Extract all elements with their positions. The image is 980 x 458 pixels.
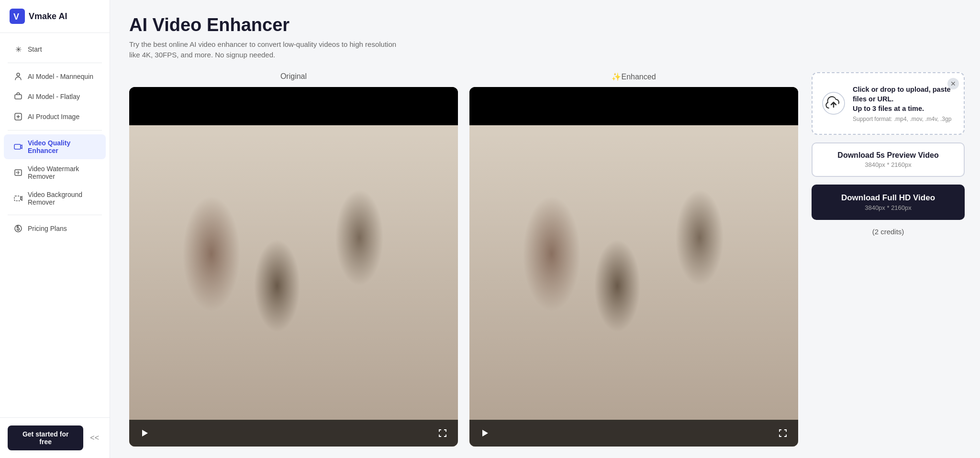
vmake-logo-icon: V: [10, 9, 25, 24]
original-label: Original: [129, 72, 458, 81]
svg-rect-11: [129, 125, 458, 447]
ai-model-mannequin-icon: [13, 72, 23, 81]
collapse-sidebar-button[interactable]: <<: [87, 431, 102, 445]
svg-rect-31: [628, 241, 714, 348]
enhanced-video-top-bar: [469, 87, 798, 125]
svg-point-16: [297, 182, 365, 251]
sidebar-bottom: Get started for free <<: [0, 417, 110, 458]
svg-point-19: [419, 192, 458, 251]
svg-point-18: [301, 176, 361, 219]
start-icon: ✳: [13, 44, 23, 54]
sidebar-item-video-watermark-remover-label: Video Watermark Remover: [28, 165, 96, 180]
nav-divider-2: [8, 130, 102, 131]
upload-title: Click or drop to upload, paste files or …: [853, 85, 954, 114]
sidebar-nav: ✳ Start AI Model - Mannequin AI Model - …: [0, 33, 110, 417]
download-preview-button[interactable]: Download 5s Preview Video 3840px * 2160p…: [812, 142, 965, 177]
svg-point-28: [524, 179, 593, 243]
sidebar-item-pricing-plans[interactable]: Pricing Plans: [4, 219, 106, 238]
svg-rect-15: [184, 211, 254, 254]
sidebar-item-ai-model-mannequin[interactable]: AI Model - Mannequin: [4, 67, 106, 86]
svg-point-12: [189, 197, 248, 257]
sidebar-item-video-quality-enhancer-label: Video Quality Enhancer: [28, 139, 96, 154]
sidebar-item-ai-model-flatlay[interactable]: AI Model - Flatlay: [4, 87, 106, 106]
download-full-label: Download Full HD Video: [821, 193, 955, 203]
enhanced-label: ✨Enhanced: [469, 72, 798, 81]
credits-text: (2 credits): [812, 228, 965, 236]
ai-model-flatlay-icon: [13, 92, 23, 101]
ai-product-image-icon: [13, 112, 23, 121]
enhanced-fullscreen-button[interactable]: [776, 426, 790, 440]
svg-rect-17: [288, 241, 374, 348]
videos-row: [129, 87, 798, 447]
download-full-resolution: 3840px * 2160px: [821, 204, 955, 211]
svg-rect-29: [524, 211, 594, 254]
sidebar-item-video-watermark-remover[interactable]: Video Watermark Remover: [4, 160, 106, 185]
svg-point-26: [529, 197, 589, 257]
nav-divider-3: [8, 215, 102, 215]
video-background-remover-icon: [13, 194, 23, 203]
video-comparison: Original ✨Enhanced: [129, 72, 798, 447]
original-fullscreen-button[interactable]: [436, 426, 449, 440]
sidebar-item-ai-model-mannequin-label: AI Model - Mannequin: [28, 73, 93, 80]
svg-point-14: [184, 179, 253, 243]
svg-point-33: [759, 192, 798, 251]
sidebar-item-video-background-remover-label: Video Background Remover: [28, 191, 96, 206]
svg-rect-24: [469, 125, 798, 447]
original-play-button[interactable]: [138, 426, 151, 440]
nav-divider-1: [8, 63, 102, 63]
svg-point-35: [768, 228, 798, 254]
original-video-container: [129, 87, 458, 447]
enhanced-video-scene: [469, 125, 798, 447]
svg-rect-3: [15, 95, 22, 99]
svg-point-30: [637, 182, 705, 251]
upload-format: Support format: .mp4, .mov, .m4v, .3gp: [853, 116, 954, 122]
upload-box[interactable]: Click or drop to upload, paste files or …: [812, 72, 965, 135]
sidebar-item-pricing-plans-label: Pricing Plans: [28, 225, 67, 232]
get-started-button[interactable]: Get started for free: [8, 425, 83, 450]
sidebar-item-start[interactable]: ✳ Start: [4, 40, 106, 59]
enhanced-video-controls: [469, 420, 798, 447]
video-labels: Original ✨Enhanced: [129, 72, 798, 81]
upload-text: Click or drop to upload, paste files or …: [853, 85, 954, 122]
svg-rect-20: [417, 245, 458, 347]
svg-rect-13: [181, 248, 256, 345]
svg-point-21: [428, 228, 458, 254]
svg-rect-27: [521, 248, 596, 345]
logo-text: Vmake AI: [29, 11, 67, 22]
close-upload-button[interactable]: ✕: [947, 78, 959, 89]
svg-rect-22: [149, 339, 458, 382]
collapse-icon: <<: [90, 434, 99, 442]
content-area: Original ✨Enhanced: [129, 72, 965, 447]
svg-point-2: [17, 73, 20, 76]
sidebar-item-video-background-remover[interactable]: Video Background Remover: [4, 186, 106, 211]
video-quality-enhancer-icon: [13, 142, 23, 152]
svg-rect-34: [757, 245, 798, 347]
page-title: AI Video Enhancer: [129, 15, 965, 35]
svg-rect-7: [14, 196, 21, 201]
pricing-plans-icon: [13, 224, 23, 233]
original-video-image: [129, 125, 458, 447]
original-video-scene: [129, 125, 458, 447]
download-preview-label: Download 5s Preview Video: [822, 151, 954, 160]
enhanced-video-container: [469, 87, 798, 447]
svg-marker-23: [142, 430, 148, 436]
svg-rect-25: [703, 147, 798, 339]
page-header: AI Video Enhancer Try the best online AI…: [129, 15, 965, 61]
svg-rect-10: [363, 147, 458, 339]
original-video-top-bar: [129, 87, 458, 125]
side-panel: Click or drop to upload, paste files or …: [812, 72, 965, 447]
sidebar-item-ai-product-image-label: AI Product Image: [28, 113, 79, 120]
svg-text:V: V: [13, 12, 19, 22]
download-full-button[interactable]: Download Full HD Video 3840px * 2160px: [812, 185, 965, 220]
svg-rect-9: [129, 125, 458, 447]
video-watermark-remover-icon: [13, 168, 23, 177]
page-subtitle: Try the best online AI video enhancer to…: [129, 39, 397, 61]
sidebar-item-ai-product-image[interactable]: AI Product Image: [4, 107, 106, 126]
svg-point-32: [641, 176, 701, 219]
upload-icon: [822, 92, 845, 115]
download-preview-resolution: 3840px * 2160px: [822, 161, 954, 168]
sidebar-item-video-quality-enhancer[interactable]: Video Quality Enhancer: [4, 134, 106, 159]
enhanced-play-button[interactable]: [478, 426, 491, 440]
svg-marker-37: [482, 430, 488, 436]
sidebar-item-ai-model-flatlay-label: AI Model - Flatlay: [28, 93, 80, 100]
